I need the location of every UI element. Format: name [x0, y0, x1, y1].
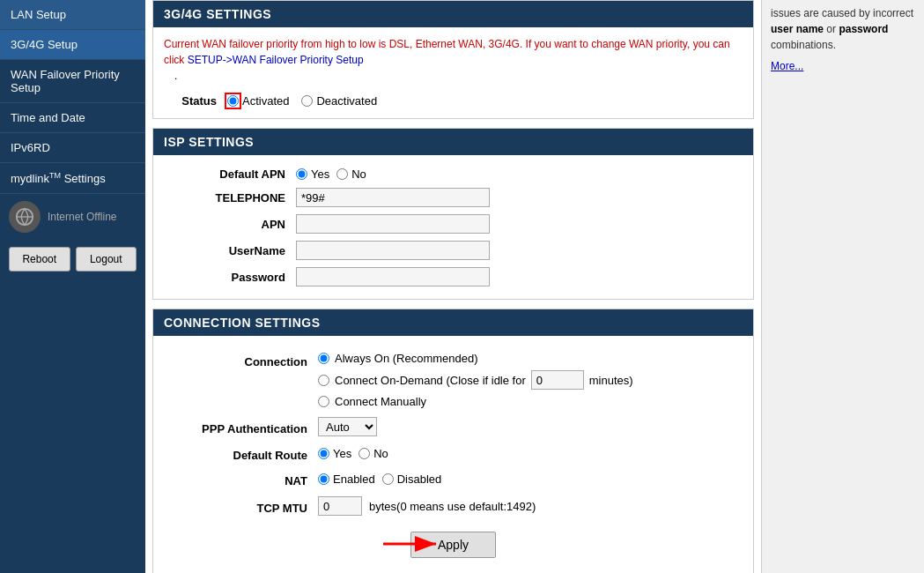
telephone-value — [296, 188, 490, 207]
always-on-radio[interactable] — [318, 353, 329, 364]
sidebar-item-time-date[interactable]: Time and Date — [0, 103, 145, 133]
tcp-mtu-label: TCP MTU — [164, 498, 318, 515]
sidebar-item-wan-failover[interactable]: WAN Failover Priority Setup — [0, 60, 145, 103]
right-panel-text: issues are caused by incorrect user name… — [771, 5, 915, 53]
deactivated-label: Deactivated — [316, 94, 377, 108]
minutes-label: minutes) — [589, 374, 633, 387]
deactivated-radio[interactable] — [301, 95, 313, 107]
status-row: Status Activated Deactivated — [153, 87, 753, 118]
sidebar-item-3g4g-setup[interactable]: 3G/4G Setup — [0, 30, 145, 60]
wan-failover-link[interactable]: SETUP->WAN Failover Priority Setup — [188, 54, 364, 66]
default-route-label: Default Route — [164, 445, 318, 462]
route-yes-label[interactable]: Yes — [318, 447, 351, 460]
apply-arrow-indicator — [383, 533, 445, 554]
on-demand-option[interactable]: Connect On-Demand (Close if idle for min… — [318, 370, 633, 390]
activated-radio[interactable] — [227, 95, 239, 107]
route-no-label[interactable]: No — [359, 447, 388, 460]
connection-settings-section: CONNECTION SETTINGS Connection Always On… — [152, 309, 754, 573]
nat-row: NAT Enabled Disabled — [164, 465, 743, 491]
activated-label: Activated — [242, 94, 289, 108]
right-panel-combinations: combinations. — [771, 39, 836, 51]
info-box: Current WAN failover priority from high … — [153, 27, 753, 87]
isp-form: Default APN Yes No TELEPHONE — [153, 155, 753, 299]
activated-radio-label[interactable]: Activated — [227, 94, 289, 108]
on-demand-label: Connect On-Demand (Close if idle for — [335, 374, 526, 387]
route-no-text: No — [373, 447, 388, 460]
username-input[interactable] — [296, 241, 490, 260]
telephone-input[interactable] — [296, 188, 490, 207]
password-row: Password — [164, 264, 743, 290]
ppp-auth-row: PPP Authentication Auto PAP CHAP — [164, 412, 743, 440]
username-value — [296, 241, 490, 260]
manually-radio[interactable] — [318, 396, 329, 407]
right-panel-username: user name — [771, 23, 824, 35]
nat-disabled-label[interactable]: Disabled — [382, 473, 442, 486]
apn-input[interactable] — [296, 214, 490, 234]
nat-label: NAT — [164, 471, 318, 487]
password-input[interactable] — [296, 267, 490, 286]
always-on-label: Always On (Recommended) — [335, 352, 478, 365]
reboot-button[interactable]: Reboot — [9, 247, 70, 272]
apply-arrow-icon — [383, 533, 445, 554]
sidebar-item-ipv6rd[interactable]: IPv6RD — [0, 133, 145, 163]
connection-settings-header: CONNECTION SETTINGS — [153, 309, 753, 336]
apn-yes-label[interactable]: Yes — [296, 167, 329, 181]
nat-enabled-label[interactable]: Enabled — [318, 473, 375, 486]
tcp-mtu-value: bytes(0 means use default:1492) — [318, 496, 536, 516]
connection-label: Connection — [164, 352, 318, 368]
more-link[interactable]: More... — [771, 60, 915, 72]
deactivated-radio-label[interactable]: Deactivated — [301, 94, 377, 108]
nat-value: Enabled Disabled — [318, 473, 441, 486]
apn-label: APN — [164, 218, 296, 231]
default-route-value: Yes No — [318, 447, 388, 460]
ppp-auth-value: Auto PAP CHAP — [318, 417, 377, 436]
status-radio-group: Activated Deactivated — [227, 94, 377, 108]
tcp-mtu-input[interactable] — [318, 496, 362, 516]
connection-options: Always On (Recommended) Connect On-Deman… — [318, 352, 633, 408]
isp-settings-section: ISP SETTINGS Default APN Yes No TELEPHON… — [152, 128, 754, 300]
connection-form: Connection Always On (Recommended) Conne… — [153, 336, 753, 573]
telephone-row: TELEPHONE — [164, 184, 743, 211]
route-yes-text: Yes — [333, 447, 351, 460]
username-row: UserName — [164, 237, 743, 264]
right-panel-or: or — [824, 23, 839, 35]
status-label: Status — [164, 94, 217, 108]
telephone-label: TELEPHONE — [164, 191, 296, 205]
default-apn-value: Yes No — [296, 167, 366, 181]
sidebar-item-lan-setup[interactable]: LAN Setup — [0, 0, 145, 30]
idle-time-input[interactable] — [531, 370, 584, 390]
route-yes-radio[interactable] — [318, 448, 329, 459]
nat-enabled-radio[interactable] — [318, 473, 329, 485]
apn-no-radio[interactable] — [336, 168, 348, 180]
route-no-radio[interactable] — [359, 448, 370, 459]
ppp-auth-select[interactable]: Auto PAP CHAP — [318, 417, 377, 436]
internet-status-indicator: Internet Offline — [0, 194, 145, 240]
manually-option[interactable]: Connect Manually — [318, 395, 633, 408]
tcp-mtu-row: TCP MTU bytes(0 means use default:1492) — [164, 491, 743, 519]
nat-disabled-text: Disabled — [397, 473, 442, 486]
isp-settings-header: ISP SETTINGS — [153, 129, 753, 155]
3g4g-settings-header: 3G/4G SETTINGS — [153, 1, 753, 27]
apn-no-label[interactable]: No — [336, 167, 366, 181]
default-route-row: Default Route Yes No — [164, 440, 743, 465]
apn-yes-text: Yes — [311, 167, 329, 181]
internet-status-text: Internet Offline — [48, 211, 117, 223]
apn-no-text: No — [351, 167, 366, 181]
connection-row: Connection Always On (Recommended) Conne… — [164, 345, 743, 412]
on-demand-radio[interactable] — [318, 375, 329, 386]
apply-row: Apply — [164, 519, 743, 569]
always-on-option[interactable]: Always On (Recommended) — [318, 352, 633, 365]
logout-button[interactable]: Logout — [76, 247, 137, 272]
nat-disabled-radio[interactable] — [382, 473, 394, 485]
main-content: 3G/4G SETTINGS Current WAN failover prio… — [145, 0, 761, 573]
right-panel-intro: issues are caused by incorrect — [771, 7, 913, 19]
sidebar-item-mydlink[interactable]: mydlinkTM Settings — [0, 163, 145, 194]
nat-enabled-text: Enabled — [333, 473, 375, 486]
sidebar-action-buttons: Reboot Logout — [0, 240, 145, 279]
apn-yes-radio[interactable] — [296, 168, 307, 180]
password-value — [296, 267, 490, 286]
right-panel: issues are caused by incorrect user name… — [761, 0, 924, 573]
manually-label: Connect Manually — [335, 395, 426, 408]
apn-value — [296, 214, 490, 234]
apn-row: APN — [164, 211, 743, 237]
